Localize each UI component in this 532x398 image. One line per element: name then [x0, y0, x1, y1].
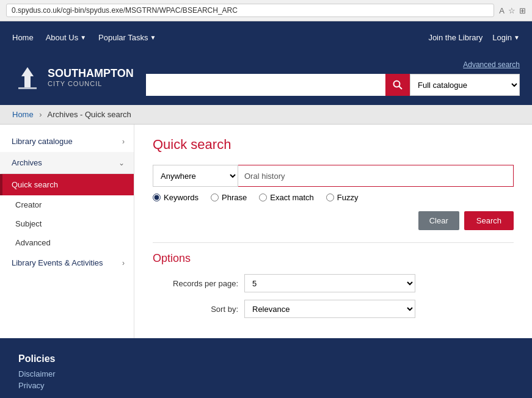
- records-per-page-select[interactable]: 5 10 20 50: [244, 274, 415, 292]
- library-catalogue-chevron: ›: [122, 137, 125, 146]
- search-form-row1: Anywhere Title Creator Subject Reference: [153, 165, 514, 187]
- content-area: Quick search Anywhere Title Creator Subj…: [134, 125, 532, 338]
- radio-phrase[interactable]: Phrase: [211, 193, 247, 202]
- clear-button[interactable]: Clear: [418, 211, 459, 230]
- radio-keywords[interactable]: Keywords: [153, 193, 199, 202]
- sidebar-item-quick-search[interactable]: Quick search: [0, 174, 134, 195]
- browser-chrome: 0.spydus.co.uk/cgi-bin/spydus.exe/MSGTRN…: [0, 0, 532, 21]
- about-us-arrow: ▼: [80, 34, 86, 41]
- main-layout: Library catalogue › Archives ⌄ Quick sea…: [0, 125, 532, 338]
- login-arrow: ▼: [514, 34, 520, 41]
- top-nav-right: Join the Library Login ▼: [428, 33, 520, 42]
- footer: Policies Disclaimer Privacy 🍪 Manage coo…: [0, 338, 532, 398]
- bookmark-icon: ☆: [508, 6, 516, 15]
- svg-rect-2: [18, 87, 37, 89]
- page-title: Quick search: [153, 137, 514, 153]
- join-library-link[interactable]: Join the Library: [428, 33, 483, 42]
- extensions-icon: ⊞: [519, 6, 526, 15]
- header-search-button[interactable]: [385, 74, 410, 96]
- footer-policies: Policies Disclaimer Privacy: [18, 353, 56, 393]
- svg-line-4: [399, 87, 403, 90]
- breadcrumb-separator: ›: [39, 110, 42, 119]
- nav-login[interactable]: Login ▼: [492, 33, 520, 42]
- archives-chevron: ⌄: [118, 159, 125, 167]
- sidebar-item-archives[interactable]: Archives ⌄: [0, 152, 134, 174]
- policies-title: Policies: [18, 353, 56, 364]
- header: SOUTHAMPTON CITY COUNCIL Advanced search…: [0, 53, 532, 105]
- browser-icons: A ☆ ⊞: [499, 6, 526, 15]
- font-size-icon: A: [499, 6, 505, 15]
- breadcrumb-home[interactable]: Home: [12, 110, 34, 119]
- search-type-radio-group: Keywords Phrase Exact match Fuzzy: [153, 193, 514, 202]
- sidebar-item-advanced[interactable]: Advanced: [0, 233, 134, 252]
- search-query-input[interactable]: [238, 165, 514, 187]
- catalogue-select[interactable]: Full catalogue Archives Music library: [410, 74, 520, 96]
- logo-area: SOUTHAMPTON CITY COUNCIL: [12, 64, 134, 92]
- sort-by-row: Sort by: Relevance Title Date Creator: [153, 300, 514, 318]
- sidebar-item-library-catalogue[interactable]: Library catalogue ›: [0, 131, 134, 152]
- sort-by-label: Sort by:: [153, 305, 238, 314]
- popular-tasks-arrow: ▼: [150, 34, 156, 41]
- sort-by-select[interactable]: Relevance Title Date Creator: [244, 300, 415, 318]
- sidebar-item-subject[interactable]: Subject: [0, 214, 134, 233]
- search-button-row: Clear Search: [153, 211, 514, 230]
- search-button[interactable]: Search: [464, 211, 514, 230]
- header-search-input[interactable]: [146, 74, 385, 96]
- southampton-logo: [12, 64, 43, 92]
- nav-about-us[interactable]: About Us ▼: [46, 33, 86, 42]
- header-search-row: Full catalogue Archives Music library: [146, 74, 520, 96]
- logo-text: SOUTHAMPTON CITY COUNCIL: [48, 68, 134, 87]
- header-search-area: Advanced search Full catalogue Archives …: [146, 59, 520, 96]
- top-nav-left: Home About Us ▼ Popular Tasks ▼: [12, 33, 156, 42]
- radio-fuzzy[interactable]: Fuzzy: [326, 193, 359, 202]
- records-per-page-label: Records per page:: [153, 279, 238, 288]
- nav-home[interactable]: Home: [12, 33, 34, 42]
- options-title: Options: [153, 242, 514, 265]
- sidebar-item-library-events[interactable]: Library Events & Activities ›: [0, 252, 134, 273]
- search-field-select[interactable]: Anywhere Title Creator Subject Reference: [153, 165, 238, 187]
- breadcrumb-current: Archives - Quick search: [48, 110, 131, 119]
- browser-url-bar[interactable]: 0.spydus.co.uk/cgi-bin/spydus.exe/MSGTRN…: [6, 4, 494, 17]
- sidebar-item-creator[interactable]: Creator: [0, 195, 134, 214]
- footer-top: Policies Disclaimer Privacy: [18, 353, 514, 393]
- top-navigation: Home About Us ▼ Popular Tasks ▼ Join the…: [0, 21, 532, 53]
- records-per-page-row: Records per page: 5 10 20 50: [153, 274, 514, 292]
- sidebar: Library catalogue › Archives ⌄ Quick sea…: [0, 125, 134, 338]
- breadcrumb: Home › Archives - Quick search: [0, 105, 532, 125]
- radio-exact-match[interactable]: Exact match: [259, 193, 314, 202]
- disclaimer-link[interactable]: Disclaimer: [18, 369, 56, 378]
- nav-popular-tasks[interactable]: Popular Tasks ▼: [98, 33, 156, 42]
- privacy-link[interactable]: Privacy: [18, 381, 56, 390]
- library-events-chevron: ›: [122, 259, 125, 267]
- svg-point-3: [394, 81, 400, 87]
- search-icon: [393, 80, 403, 90]
- advanced-search-link[interactable]: Advanced search: [463, 59, 520, 69]
- quick-search-form: Anywhere Title Creator Subject Reference…: [153, 165, 514, 230]
